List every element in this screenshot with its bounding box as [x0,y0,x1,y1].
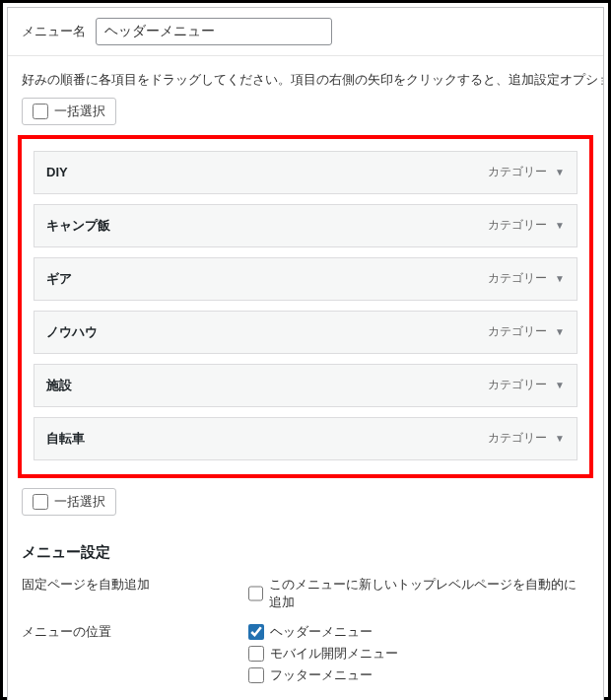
chevron-down-icon[interactable]: ▼ [555,433,565,444]
menu-item-type: カテゴリー [488,430,547,447]
menu-item[interactable]: 施設 カテゴリー ▼ [34,364,577,407]
auto-add-text: このメニューに新しいトップレベルページを自動的に追加 [269,576,589,611]
menu-item-title: ギア [46,270,72,288]
menu-name-input[interactable] [96,18,332,45]
instructions-text: 好みの順番に各項目をドラッグしてください。項目の右側の矢印をクリックすると、追加… [8,56,603,98]
auto-add-checkbox[interactable] [248,586,263,601]
chevron-down-icon[interactable]: ▼ [555,167,565,177]
chevron-down-icon[interactable]: ▼ [555,273,565,284]
auto-add-row: 固定ページを自動追加 このメニューに新しいトップレベルページを自動的に追加 [8,572,603,619]
bulk-select-bottom[interactable]: 一括選択 [22,488,116,516]
menu-item-type: カテゴリー [488,323,547,340]
chevron-down-icon[interactable]: ▼ [555,326,565,337]
location-checkbox-header[interactable] [248,624,264,640]
location-checkbox-mobile[interactable] [248,646,264,662]
bulk-select-checkbox-bottom[interactable] [33,494,48,510]
menu-item-type: カテゴリー [488,377,547,393]
menu-item[interactable]: キャンプ飯 カテゴリー ▼ [34,204,577,247]
menu-item-type: カテゴリー [488,270,547,287]
menu-settings-heading: メニュー設定 [8,525,603,572]
menu-item-type: カテゴリー [488,217,547,234]
location-label-footer: フッターメニュー [270,666,373,684]
menu-item-title: ノウハウ [46,323,98,341]
menu-item[interactable]: ギア カテゴリー ▼ [34,257,577,301]
menu-item-title: 自転車 [46,430,85,448]
menu-item[interactable]: 自転車 カテゴリー ▼ [34,417,577,460]
menu-item-title: DIY [46,165,68,179]
bulk-select-label-top: 一括選択 [54,103,105,120]
menu-item-title: キャンプ飯 [46,217,110,235]
menu-item-title: 施設 [46,377,72,394]
location-label: メニューの位置 [22,623,248,688]
menu-item[interactable]: DIY カテゴリー ▼ [34,151,577,194]
bulk-select-label-bottom: 一括選択 [54,493,105,511]
menu-name-row: メニュー名 [8,8,603,56]
menu-name-label: メニュー名 [22,23,86,40]
auto-add-label: 固定ページを自動追加 [22,576,248,615]
location-label-mobile: モバイル開閉メニュー [270,645,398,663]
menu-items-highlight: DIY カテゴリー ▼ キャンプ飯 カテゴリー ▼ ギア カテゴリー ▼ [18,135,593,478]
menu-item-type: カテゴリー [488,164,547,180]
chevron-down-icon[interactable]: ▼ [555,220,565,231]
bulk-select-top[interactable]: 一括選択 [22,98,116,125]
location-row: メニューの位置 ヘッダーメニュー モバイル開閉メニュー フッターメニュー [8,619,603,692]
chevron-down-icon[interactable]: ▼ [555,380,565,390]
location-label-header: ヘッダーメニュー [270,623,373,641]
location-checkbox-footer[interactable] [248,667,264,683]
bulk-select-checkbox-top[interactable] [33,104,48,119]
menu-item[interactable]: ノウハウ カテゴリー ▼ [34,311,577,354]
